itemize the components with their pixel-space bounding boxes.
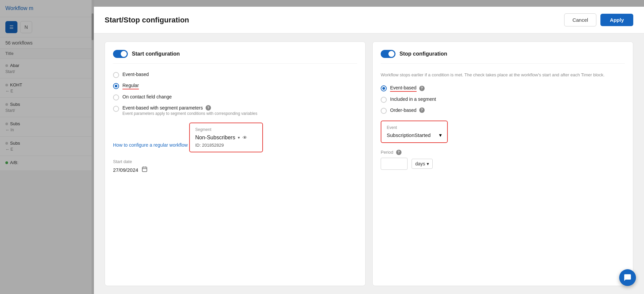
stop-label-included-segment: Included in a segment <box>390 96 436 102</box>
period-unit-chevron-icon: ▾ <box>427 161 429 166</box>
segment-eye-icon[interactable]: 👁 <box>243 135 247 140</box>
start-config-header: Start configuration <box>113 50 357 64</box>
stop-radio-event-based[interactable] <box>381 85 387 91</box>
segment-label: Segment <box>195 127 257 132</box>
stop-event-value-text: SubscriptionStarted <box>387 132 431 138</box>
start-radio-regular[interactable] <box>113 83 119 89</box>
chat-button[interactable] <box>619 269 636 286</box>
stop-event-value: SubscriptionStarted ▾ <box>387 132 442 138</box>
start-sub-event-segment: Event parameters apply to segment condit… <box>122 111 257 116</box>
period-input[interactable] <box>381 158 408 170</box>
stop-order-help-icon: ? <box>419 107 425 113</box>
start-config-options: Event-based Regular On contact field cha… <box>113 72 357 116</box>
segment-box: Segment Non-Subscribers ▾ 👁 ID: 20185282… <box>189 123 263 152</box>
modal-body: Start configuration Event-based Regular … <box>94 33 644 294</box>
start-radio-contact-field[interactable] <box>113 94 119 100</box>
stop-label-order-based: Order-based <box>390 107 417 113</box>
stop-option-included-segment[interactable]: Included in a segment <box>381 96 625 103</box>
start-option-regular[interactable]: Regular <box>113 83 357 89</box>
stop-event-help-icon: ? <box>419 86 425 91</box>
stop-config-header: Stop configuration <box>381 50 625 64</box>
start-config-toggle[interactable] <box>113 50 128 58</box>
start-date-value: 27/09/2024 <box>113 166 357 173</box>
stop-config-options: Event-based ? Included in a segment Orde… <box>381 85 625 114</box>
segment-value: Non-Subscribers ▾ 👁 <box>195 135 257 141</box>
start-option-contact-field[interactable]: On contact field change <box>113 94 357 100</box>
stop-config-card: Stop configuration Workflow stops earlie… <box>372 42 633 286</box>
modal-actions: Cancel Apply <box>564 13 633 26</box>
start-option-event-based[interactable]: Event-based <box>113 72 357 78</box>
apply-button[interactable]: Apply <box>600 14 633 26</box>
start-label-regular: Regular <box>122 83 139 89</box>
stop-event-label-wrapper: Event-based ? <box>390 85 425 92</box>
start-label-event-based: Event-based <box>122 72 149 77</box>
modal-dialog: Start/Stop configuration Cancel Apply St… <box>94 7 644 294</box>
period-inputs: days ▾ <box>381 158 625 170</box>
stop-config-title: Stop configuration <box>399 51 447 57</box>
stop-event-box: Event SubscriptionStarted ▾ <box>381 121 448 143</box>
stop-event-label: Event <box>387 125 442 130</box>
start-label-contact-field: On contact field change <box>122 94 172 99</box>
period-unit-select[interactable]: days ▾ <box>412 159 433 169</box>
start-date-text: 27/09/2024 <box>113 167 138 173</box>
segment-chevron-icon[interactable]: ▾ <box>238 135 240 140</box>
regular-workflow-link[interactable]: How to configure a regular workflow <box>113 142 188 148</box>
segment-id: ID: 201852829 <box>195 143 257 148</box>
start-option-event-segment[interactable]: Event-based with segment parameters ? Ev… <box>113 105 357 116</box>
start-config-title: Start configuration <box>132 51 180 57</box>
period-section: Period ? days ▾ <box>381 150 625 170</box>
svg-rect-0 <box>142 167 147 172</box>
stop-option-order-based[interactable]: Order-based ? <box>381 107 625 114</box>
stop-option-event-based[interactable]: Event-based ? <box>381 85 625 92</box>
start-radio-event-segment[interactable] <box>113 106 119 112</box>
stop-event-chevron-icon[interactable]: ▾ <box>439 132 442 138</box>
event-segment-help-icon: ? <box>206 105 211 111</box>
stop-description: Workflow stops earlier if a condition is… <box>381 72 625 78</box>
modal-title: Start/Stop configuration <box>105 16 189 24</box>
stop-label-event-based: Event-based <box>390 85 417 92</box>
start-radio-event-based[interactable] <box>113 72 119 78</box>
calendar-icon[interactable] <box>142 166 148 173</box>
start-config-card: Start configuration Event-based Regular … <box>105 42 366 286</box>
start-label-event-segment-wrapper: Event-based with segment parameters ? Ev… <box>122 105 257 116</box>
stop-radio-included-segment[interactable] <box>381 97 387 103</box>
stop-order-label-wrapper: Order-based ? <box>390 107 425 113</box>
start-label-event-segment: Event-based with segment parameters <box>122 105 203 111</box>
stop-radio-order-based[interactable] <box>381 108 387 114</box>
period-help-icon: ? <box>396 150 401 155</box>
period-label-row: Period ? <box>381 150 625 155</box>
period-label: Period <box>381 150 393 155</box>
modal-header: Start/Stop configuration Cancel Apply <box>94 7 644 33</box>
period-unit-value: days <box>415 161 425 166</box>
stop-config-toggle[interactable] <box>381 50 395 58</box>
segment-name: Non-Subscribers <box>195 135 235 141</box>
start-date-label: Start date <box>113 159 357 164</box>
start-date-section: Start date 27/09/2024 <box>113 159 357 173</box>
cancel-button[interactable]: Cancel <box>564 13 597 26</box>
